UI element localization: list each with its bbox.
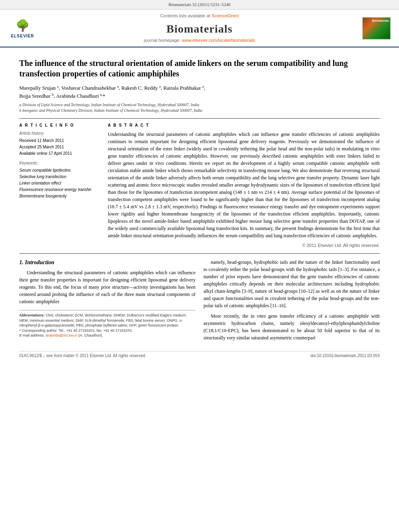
keyword-5: Biomembrane fusogenicity: [19, 193, 100, 199]
abbreviations-label: Abbreviations:: [19, 313, 45, 317]
copyright-notice: © 2011 Elsevier Ltd. All rights reserved…: [108, 242, 380, 249]
footer-issn: 0142-9612/$ – see front matter © 2011 El…: [19, 353, 146, 359]
body-section: 1. Introduction Understanding the struct…: [19, 259, 380, 345]
intro-paragraph-right: namely, head-groups, hydrophobic tails a…: [204, 259, 380, 341]
journal-name: Biomaterials: [39, 21, 360, 37]
journal-cover-image: Biomaterials: [360, 16, 393, 40]
section-number: 1.: [19, 259, 24, 265]
footnotes: Abbreviations: Chol, cholesterol; DCM, d…: [19, 310, 195, 338]
email-label: E-mail address:: [19, 333, 45, 337]
author-sreedhar: Bojja Sreedhar b: [19, 93, 53, 99]
homepage-url[interactable]: www.elsevier.com/locate/biomaterials: [182, 38, 255, 43]
intro-p2: namely, head-groups, hydrophobic tails a…: [204, 259, 380, 309]
article-title: The influence of the structural orientat…: [19, 58, 380, 79]
intro-p1: Understanding the structural parameters …: [19, 269, 195, 305]
sciencedirect-link-text[interactable]: ScienceDirect: [212, 13, 239, 18]
introduction-title: 1. Introduction: [19, 259, 195, 267]
main-content: The influence of the structural orientat…: [0, 47, 399, 365]
header-divider: [19, 118, 380, 119]
sciencedirect-notice: Contents lists available at ScienceDirec…: [39, 13, 360, 19]
section-title-text: Introduction: [25, 259, 54, 265]
body-col-right: namely, head-groups, hydrophobic tails a…: [204, 259, 380, 345]
abbreviations-line: Abbreviations: Chol, cholesterol; DCM, d…: [19, 313, 195, 328]
elsevier-logo: 🌳 ELSEVIER: [6, 18, 39, 38]
intro-paragraph-1: Understanding the structural parameters …: [19, 269, 195, 305]
journal-info-center: Contents lists available at ScienceDirec…: [39, 13, 360, 43]
sciencedirect-prefix: Contents lists available at: [160, 13, 212, 18]
author-chandrashekhar: Voshavar Chandrashekhar a: [61, 85, 119, 91]
keyword-4: Fluorescence resonance energy transfer: [19, 187, 100, 193]
cover-thumbnail: Biomaterials: [362, 17, 391, 39]
elsevier-branding: 🌳 ELSEVIER: [6, 18, 39, 38]
journal-citation: Biomaterials 32 (2011) 5231–5240: [169, 2, 230, 7]
article-info-column: A R T I C L E I N F O Article history: R…: [19, 123, 100, 249]
author-chaudhuri: Arabinda Chaudhuri a,*: [56, 93, 105, 99]
affiliation-a: a Division of Lipid Science and Technolo…: [19, 102, 380, 108]
author-prabhakar: Rairala Prabhakar a: [163, 85, 204, 91]
elsevier-name: ELSEVIER: [11, 33, 34, 39]
footer-doi: doi:10.1016/j.biomaterials.2011.03.059: [311, 353, 380, 359]
page: Biomaterials 32 (2011) 5231–5240 🌳 ELSEV…: [0, 0, 399, 532]
email-line: E-mail address: arabinda@iict.res.in (A.…: [19, 333, 195, 338]
history-label: Article history:: [19, 131, 100, 136]
keyword-2: Selective lung transfection: [19, 174, 100, 180]
page-footer: 0142-9612/$ – see front matter © 2011 El…: [19, 351, 380, 359]
author-srujan: Marepally Srujan a: [19, 85, 59, 91]
affiliation-b: b Inorganic and Physical Chemistry Divis…: [19, 108, 380, 113]
keywords-label: Keywords:: [19, 160, 100, 166]
abstract-header: A B S T R A C T: [108, 123, 380, 128]
email-address[interactable]: arabinda@iict.res.in: [45, 333, 78, 337]
keyword-3: Linker orientation effect: [19, 181, 100, 186]
abstract-body: Understanding the structural parameters …: [108, 131, 380, 239]
elsevier-tree-icon: 🌳: [16, 18, 30, 33]
abstract-body-divider: [19, 253, 380, 254]
keywords-section: Keywords: Serum compatible lipofectins S…: [19, 160, 100, 199]
tel-fax: Tel.; +91 40 27193201; fax: +91 40 27193…: [58, 329, 132, 333]
journal-homepage: journal homepage: www.elsevier.com/locat…: [39, 37, 360, 43]
article-info-header: A R T I C L E I N F O: [19, 123, 100, 128]
available-date: Available online 17 April 2011: [19, 151, 100, 156]
intro-p3: More recently, the in vitro gene transfe…: [204, 312, 380, 341]
keyword-1: Serum compatible lipofectins: [19, 168, 100, 173]
received-date: Received 11 March 2011: [19, 138, 100, 144]
article-info-abstract-section: A R T I C L E I N F O Article history: R…: [19, 123, 380, 249]
cover-label: Biomaterials: [372, 19, 389, 23]
author-reddy: Rakesh C. Reddy a: [121, 85, 161, 91]
journal-citation-bar: Biomaterials 32 (2011) 5231–5240: [0, 0, 399, 10]
homepage-prefix: journal homepage:: [144, 38, 182, 43]
corresponding-author-line: * Corresponding author. Tel.; +91 40 271…: [19, 328, 195, 333]
corresponding-label: * Corresponding author.: [19, 329, 58, 333]
accepted-date: Accepted 25 March 2011: [19, 144, 100, 150]
authors-line: Marepally Srujan a, Voshavar Chandrashek…: [19, 84, 380, 100]
journal-header: 🌳 ELSEVIER Contents lists available at S…: [0, 10, 399, 47]
abbreviations-text: Chol, cholesterol; DCM, dichloromethane;…: [19, 313, 187, 327]
abstract-column: A B S T R A C T Understanding the struct…: [108, 123, 380, 249]
affiliations: a Division of Lipid Science and Technolo…: [19, 102, 380, 113]
body-col-left: 1. Introduction Understanding the struct…: [19, 259, 195, 345]
email-suffix: (A. Chaudhuri).: [78, 333, 103, 337]
